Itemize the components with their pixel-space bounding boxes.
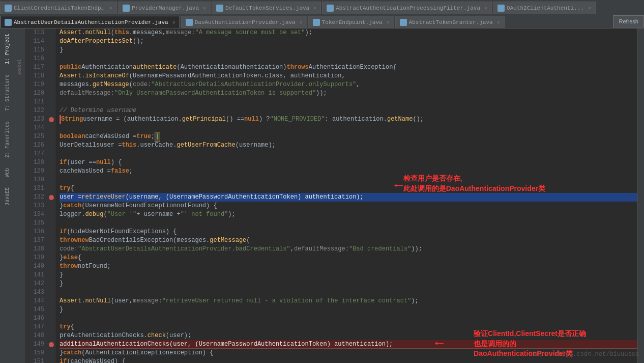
close-tab-icon[interactable]: ✕ xyxy=(300,19,303,25)
close-tab-icon[interactable]: ✕ xyxy=(172,19,175,25)
code-line-122: // Determine username xyxy=(60,106,637,115)
tab-ProviderManager[interactable]: ProviderManager.java ✕ xyxy=(118,2,211,14)
web-tab[interactable]: Web xyxy=(4,165,11,180)
code-line-148: preAuthenticationChecks.check(user); xyxy=(60,331,637,340)
code-line-143 xyxy=(60,288,637,297)
code-line-127 xyxy=(60,150,637,158)
tab-label: DefaultTokenServices.java xyxy=(225,5,309,11)
tab-label: ClientCredentialsTokenEndpointFilter.jav… xyxy=(14,5,105,11)
code-line-147: try { xyxy=(60,323,637,331)
code-line-119: messages.getMessage( code: "AbstractUser… xyxy=(60,80,637,89)
code-container[interactable]: 113 114 115 116 117 118 119 120 121 122 … xyxy=(24,29,644,363)
code-line-144: Assert.notNull(user, message: "retrieveU… xyxy=(60,297,637,305)
code-line-145: } xyxy=(60,305,637,314)
code-line-115: } xyxy=(60,46,637,54)
close-tab-icon[interactable]: ✕ xyxy=(588,5,591,11)
favorites-tab[interactable]: 2: Favorites xyxy=(4,118,11,161)
code-line-124 xyxy=(60,124,637,132)
close-tab-icon[interactable]: ✕ xyxy=(497,19,500,25)
tab-AbstractUserDetailsAuthenticationProvider[interactable]: AbstractUserDetailsAuthenticationProvide… xyxy=(0,16,180,28)
breakpoint-dot-123 xyxy=(49,117,54,122)
code-line-138: code: "AbstractUserDetailsAuthentication… xyxy=(60,245,637,254)
java-file-icon xyxy=(5,19,12,26)
close-tab-icon[interactable]: ✕ xyxy=(313,5,316,11)
code-line-132: user = retrieveUser(username, (UsernameP… xyxy=(60,193,637,202)
tab-OAuth2ClientAuthentication[interactable]: OAuth2ClientAuthenti... ✕ xyxy=(493,2,596,14)
code-line-135 xyxy=(60,219,637,228)
code-line-123: String username = (authentication.getPri… xyxy=(60,115,637,124)
tab-label: ProviderManager.java xyxy=(132,5,199,11)
scrollbar-gutter[interactable] xyxy=(637,29,644,363)
java-file-icon xyxy=(400,19,407,26)
close-tab-icon[interactable]: ✕ xyxy=(484,5,487,11)
line-numbers: 113 114 115 116 117 118 119 120 121 122 … xyxy=(24,29,47,363)
java-file-icon xyxy=(123,5,130,12)
close-tab-icon[interactable]: ✕ xyxy=(203,5,206,11)
code-line-141: } xyxy=(60,271,637,280)
jrebel-label: JRebel xyxy=(17,59,22,75)
code-line-133: } catch (UsernameNotFoundException notFo… xyxy=(60,202,637,210)
code-line-149: additionalAuthenticationChecks(user, (Us… xyxy=(60,340,637,349)
tab-DaoAuthenticationProvider[interactable]: DaoAuthenticationProvider.java ✕ xyxy=(181,16,307,28)
code-line-129: cacheWasUsed = false; xyxy=(60,167,637,176)
java-file-icon xyxy=(186,19,193,26)
tab-label: DaoAuthenticationProvider.java xyxy=(195,19,296,25)
tab-TokenEndpoint[interactable]: TokenEndpoint.java ✕ xyxy=(308,16,394,28)
code-line-139: } else { xyxy=(60,254,637,262)
code-line-142: } xyxy=(60,280,637,288)
code-line-151: if (cacheWasUsed) { xyxy=(60,357,637,363)
code-line-125: boolean cacheWasUsed = true;| xyxy=(60,132,637,141)
code-line-140: throw notFound; xyxy=(60,262,637,271)
code-line-118: Assert.isInstanceOf(UsernamePasswordAuth… xyxy=(60,72,637,80)
code-line-113: Assert.notNull(this.messages, message: "… xyxy=(60,29,637,37)
code-editor[interactable]: Assert.notNull(this.messages, message: "… xyxy=(55,29,637,363)
code-line-134: logger.debug("User '" + username + "' no… xyxy=(60,210,637,219)
jrebel-sidebar: JRebel xyxy=(15,29,24,363)
java-file-icon xyxy=(313,19,320,26)
code-line-120: defaultMessage: "Only UsernamePasswordAu… xyxy=(60,89,637,98)
code-line-128: if (user == null) { xyxy=(60,158,637,167)
tab-ClientCredentialsTokenEndpointFilter[interactable]: ClientCredentialsTokenEndpointFilter.jav… xyxy=(0,2,117,14)
tab-AbstractAuthenticationProcessingFilter[interactable]: AbstractAuthenticationProcessingFilter.j… xyxy=(322,2,492,14)
refresh-button[interactable]: Refresh xyxy=(613,15,644,27)
close-tab-icon[interactable]: ✕ xyxy=(109,5,112,11)
java-file-icon xyxy=(216,5,223,12)
code-line-136: if (hideUserNotFoundExceptions) { xyxy=(60,228,637,236)
code-line-130 xyxy=(60,176,637,184)
close-tab-icon[interactable]: ✕ xyxy=(387,19,390,25)
tab-DefaultTokenServices[interactable]: DefaultTokenServices.java ✕ xyxy=(212,2,321,14)
java-file-icon xyxy=(5,5,12,12)
code-line-150: } catch (AuthenticationException excepti… xyxy=(60,349,637,357)
tab-label: TokenEndpoint.java xyxy=(322,19,383,25)
tab-label: OAuth2ClientAuthenti... xyxy=(507,5,584,11)
code-line-114: doAfterPropertiesSet(); xyxy=(60,37,637,46)
tab-AbstractTokenGranter[interactable]: AbstractTokenGranter.java ✕ xyxy=(395,16,505,28)
code-line-121 xyxy=(60,98,637,106)
code-line-137: throw new BadCredentialsException(messag… xyxy=(60,236,637,245)
code-line-117: public Authentication authenticate(Authe… xyxy=(60,63,637,72)
code-line-146 xyxy=(60,314,637,323)
tab-label: AbstractAuthenticationProcessingFilter.j… xyxy=(336,5,480,11)
breakpoint-gutter xyxy=(47,29,55,363)
code-line-126: UserDetails user = this.userCache.getUse… xyxy=(60,141,637,150)
tab-label: AbstractUserDetailsAuthenticationProvide… xyxy=(14,19,168,25)
breakpoint-dot-149 xyxy=(49,342,54,347)
code-line-116 xyxy=(60,54,637,63)
java-file-icon xyxy=(497,5,505,12)
breakpoint-dot-132 xyxy=(49,195,54,200)
code-line-131: try { xyxy=(60,184,637,193)
main-layout: 1: Project 7: Structure 2: Favorites Web… xyxy=(0,29,644,363)
javaee-tab[interactable]: JavaEE xyxy=(4,184,11,209)
tab-bar-row1: ClientCredentialsTokenEndpointFilter.jav… xyxy=(0,0,644,14)
java-file-icon xyxy=(327,5,334,12)
tab-label: AbstractTokenGranter.java xyxy=(409,19,493,25)
left-panel-tabs: 1: Project 7: Structure 2: Favorites Web… xyxy=(0,29,15,363)
structure-tab[interactable]: 7: Structure xyxy=(4,71,11,114)
project-tab[interactable]: 1: Project xyxy=(4,31,11,67)
tab-bar-row2: AbstractUserDetailsAuthenticationProvide… xyxy=(0,14,644,29)
